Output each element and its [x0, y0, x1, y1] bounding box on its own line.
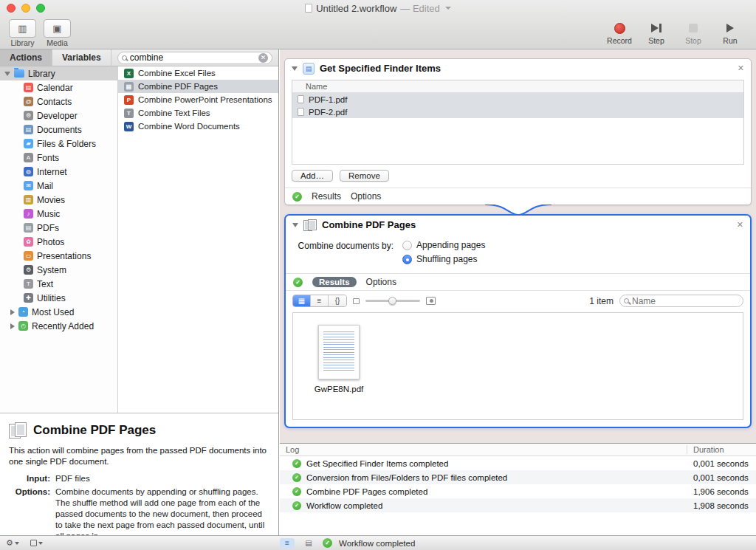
tab-actions[interactable]: Actions	[0, 49, 52, 66]
description-body: This action will combine pages from the …	[9, 445, 269, 467]
thumbnail-size-slider[interactable]	[365, 296, 420, 306]
action2-options-link[interactable]: Options	[366, 277, 396, 287]
slider-thumb[interactable]	[388, 297, 396, 305]
sidebar-smart-group-item[interactable]: ◴ Recently Added	[0, 319, 117, 333]
library-toolbar-button[interactable]: ▥ Library	[9, 19, 36, 47]
list-view-button[interactable]: ≡	[311, 295, 329, 306]
action1-results-link[interactable]: Results	[312, 191, 341, 202]
stop-button: Stop	[676, 21, 710, 45]
file-thumbnail-item[interactable]: GwPE8N.pdf	[303, 325, 374, 393]
action-list-item[interactable]: W Combine Word Documents	[118, 120, 278, 133]
log-row[interactable]: Conversion from Files/Folders to PDF fil…	[280, 470, 756, 484]
sidebar-category-item[interactable]: @ Contacts	[0, 94, 117, 109]
action1-options-link[interactable]: Options	[351, 191, 381, 202]
sidebar-category-item[interactable]: ✚ Utilities	[0, 291, 117, 305]
disclosure-triangle-icon[interactable]	[10, 309, 15, 315]
action-list-item[interactable]: T Combine Text Files	[118, 106, 278, 120]
collapse-action-icon[interactable]	[292, 223, 298, 227]
sidebar-category-item[interactable]: A Fonts	[0, 151, 117, 165]
workflow-view-button[interactable]: ▤	[301, 538, 316, 549]
log-rows: Get Specified Finder Items completed 0,0…	[280, 456, 756, 512]
radio-appending-pages[interactable]: Appending pages	[402, 240, 485, 250]
remove-action-icon[interactable]	[737, 220, 743, 230]
combine-pdf-pages-icon	[9, 422, 27, 439]
media-toolbar-button[interactable]: ▣ Media	[44, 19, 71, 47]
sidebar-category-label: Calendar	[37, 83, 73, 93]
source-view-button[interactable]: {}	[329, 295, 346, 306]
action-list-item[interactable]: X Combine Excel Files	[118, 66, 278, 80]
log-row[interactable]: Get Specified Finder Items completed 0,0…	[280, 456, 756, 470]
sidebar-category-item[interactable]: ⚙ System	[0, 263, 117, 277]
automator-window: Untitled 2.workflow — Edited ▥ Library ▣…	[0, 0, 756, 550]
snippets-popup-button[interactable]	[30, 540, 43, 546]
results-search-field[interactable]	[619, 295, 743, 307]
sidebar-item-library-root[interactable]: Library	[0, 66, 117, 80]
action-file-icon: P	[124, 95, 134, 105]
sidebar-category-item[interactable]: ◍ Internet	[0, 165, 117, 179]
action-card-combine-pdf-pages: Combine PDF Pages Combine documents by: …	[284, 214, 752, 428]
duration-column-header[interactable]: Duration	[687, 445, 756, 454]
remove-button[interactable]: Remove	[340, 170, 389, 182]
sidebar-category-label: Fonts	[37, 153, 59, 163]
window-edited-text: — Edited	[400, 3, 439, 14]
success-check-icon	[292, 473, 301, 482]
run-button[interactable]: Run	[713, 21, 747, 45]
disclosure-triangle-icon[interactable]	[10, 323, 15, 329]
results-file-browser: GwPE8N.pdf	[292, 312, 743, 420]
table-row[interactable]: PDF-2.pdf	[292, 106, 743, 118]
sidebar-category-item[interactable]: ▤ PDFs	[0, 221, 117, 235]
table-column-header[interactable]: Name	[292, 80, 743, 93]
sidebar-category-label: Movies	[37, 195, 65, 205]
tab-variables[interactable]: Variables	[52, 49, 111, 66]
sidebar-category-item[interactable]: ▥ Movies	[0, 193, 117, 207]
clear-search-icon[interactable]	[258, 53, 268, 63]
log-duration: 1,906 seconds	[687, 487, 756, 496]
sidebar-smart-group-item[interactable]: ◔ Most Used	[0, 305, 117, 319]
sidebar-category-item[interactable]: ▰ Files & Folders	[0, 137, 117, 151]
action-file-icon: ▤	[124, 82, 134, 92]
disclosure-triangle-icon[interactable]	[4, 72, 10, 76]
log-column-header[interactable]: Log	[280, 445, 687, 454]
action2-results-tab-selected[interactable]: Results	[312, 277, 357, 287]
action1-buttons: Add… Remove	[285, 165, 751, 188]
category-icon: ⚙	[24, 111, 33, 120]
log-row[interactable]: Workflow completed 1,908 seconds	[280, 498, 756, 512]
action1-footer: Results Options	[285, 188, 751, 204]
step-button[interactable]: Step	[639, 21, 673, 45]
combine-options-form: Combine documents by: Appending pages Sh…	[286, 234, 750, 273]
sidebar-category-item[interactable]: ✿ Photos	[0, 235, 117, 249]
zoom-window-button[interactable]	[36, 4, 45, 13]
minimize-window-button[interactable]	[21, 4, 30, 13]
sidebar-category-item[interactable]: ⚙ Developer	[0, 109, 117, 123]
window-title: Untitled 2.workflow — Edited	[305, 3, 451, 14]
close-window-button[interactable]	[7, 4, 16, 13]
action-list-item[interactable]: P Combine PowerPoint Presentations	[118, 93, 278, 106]
sidebar-category-item[interactable]: ▭ Presentations	[0, 249, 117, 263]
add-button[interactable]: Add…	[292, 170, 333, 182]
log-row[interactable]: Combine PDF Pages completed 1,906 second…	[280, 484, 756, 498]
settings-popup-button[interactable]: ⚙	[6, 539, 19, 547]
category-icon: ✚	[24, 293, 33, 303]
remove-action-icon[interactable]	[738, 63, 744, 73]
sidebar-category-item[interactable]: ▤ Calendar	[0, 80, 117, 94]
sidebar-category-label: Text	[37, 279, 53, 289]
sidebar-category-item[interactable]: ♪ Music	[0, 207, 117, 221]
record-button[interactable]: Record	[602, 21, 636, 45]
collapse-action-icon[interactable]	[292, 66, 298, 71]
sidebar-category-item[interactable]: ✉ Mail	[0, 179, 117, 193]
action-list-item[interactable]: ▤ Combine PDF Pages	[118, 80, 278, 93]
search-input[interactable]	[130, 52, 255, 63]
title-chevron-icon[interactable]	[445, 7, 451, 10]
log-view-button[interactable]: ≡	[280, 538, 295, 549]
small-thumbnail-icon	[353, 298, 360, 304]
table-row[interactable]: PDF-1.pdf	[292, 93, 743, 106]
connector-shape	[485, 204, 551, 216]
sidebar-category-item[interactable]: T Text	[0, 277, 117, 291]
search-field[interactable]	[117, 52, 272, 64]
icon-view-button[interactable]: ▦	[293, 295, 311, 306]
radio-shuffling-pages[interactable]: Shuffling pages	[402, 254, 485, 264]
run-icon	[726, 24, 734, 32]
sidebar-category-item[interactable]: ▤ Documents	[0, 123, 117, 137]
file-name: PDF-2.pdf	[309, 108, 347, 117]
results-search-input[interactable]	[632, 296, 739, 306]
